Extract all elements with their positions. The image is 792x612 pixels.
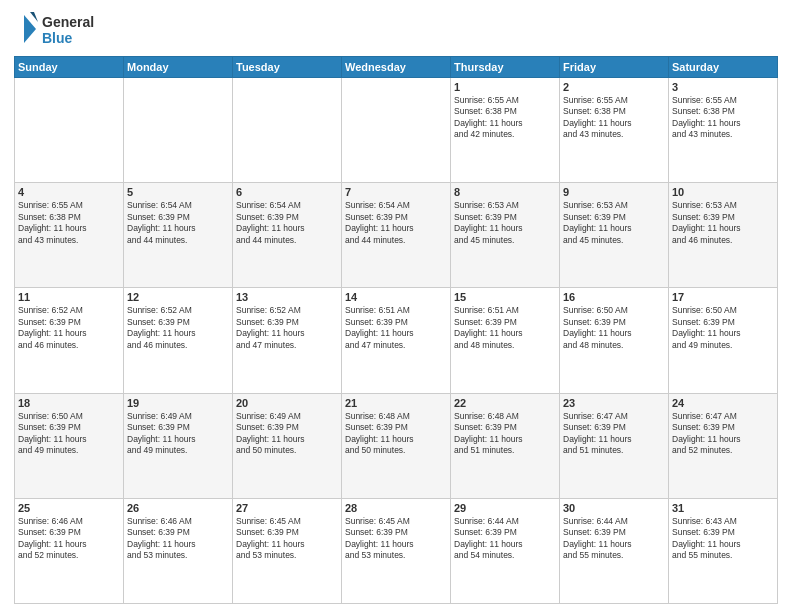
day-cell: 9Sunrise: 6:53 AM Sunset: 6:39 PM Daylig… [560, 183, 669, 288]
weekday-header-row: SundayMondayTuesdayWednesdayThursdayFrid… [15, 57, 778, 78]
day-cell: 3Sunrise: 6:55 AM Sunset: 6:38 PM Daylig… [669, 78, 778, 183]
day-info: Sunrise: 6:52 AM Sunset: 6:39 PM Dayligh… [127, 305, 229, 351]
day-info: Sunrise: 6:47 AM Sunset: 6:39 PM Dayligh… [563, 411, 665, 457]
calendar-table: SundayMondayTuesdayWednesdayThursdayFrid… [14, 56, 778, 604]
day-number: 2 [563, 81, 665, 93]
day-number: 8 [454, 186, 556, 198]
day-info: Sunrise: 6:53 AM Sunset: 6:39 PM Dayligh… [454, 200, 556, 246]
day-cell: 21Sunrise: 6:48 AM Sunset: 6:39 PM Dayli… [342, 393, 451, 498]
weekday-header-friday: Friday [560, 57, 669, 78]
day-cell: 6Sunrise: 6:54 AM Sunset: 6:39 PM Daylig… [233, 183, 342, 288]
day-info: Sunrise: 6:46 AM Sunset: 6:39 PM Dayligh… [18, 516, 120, 562]
day-info: Sunrise: 6:54 AM Sunset: 6:39 PM Dayligh… [236, 200, 338, 246]
day-cell: 29Sunrise: 6:44 AM Sunset: 6:39 PM Dayli… [451, 498, 560, 603]
weekday-header-saturday: Saturday [669, 57, 778, 78]
day-info: Sunrise: 6:54 AM Sunset: 6:39 PM Dayligh… [345, 200, 447, 246]
week-row-1: 1Sunrise: 6:55 AM Sunset: 6:38 PM Daylig… [15, 78, 778, 183]
week-row-5: 25Sunrise: 6:46 AM Sunset: 6:39 PM Dayli… [15, 498, 778, 603]
weekday-header-thursday: Thursday [451, 57, 560, 78]
week-row-3: 11Sunrise: 6:52 AM Sunset: 6:39 PM Dayli… [15, 288, 778, 393]
day-info: Sunrise: 6:52 AM Sunset: 6:39 PM Dayligh… [236, 305, 338, 351]
week-row-2: 4Sunrise: 6:55 AM Sunset: 6:38 PM Daylig… [15, 183, 778, 288]
day-cell: 2Sunrise: 6:55 AM Sunset: 6:38 PM Daylig… [560, 78, 669, 183]
day-info: Sunrise: 6:43 AM Sunset: 6:39 PM Dayligh… [672, 516, 774, 562]
day-number: 26 [127, 502, 229, 514]
svg-text:Blue: Blue [42, 30, 73, 46]
day-number: 4 [18, 186, 120, 198]
day-number: 30 [563, 502, 665, 514]
day-number: 3 [672, 81, 774, 93]
day-info: Sunrise: 6:50 AM Sunset: 6:39 PM Dayligh… [18, 411, 120, 457]
day-info: Sunrise: 6:45 AM Sunset: 6:39 PM Dayligh… [345, 516, 447, 562]
day-cell: 28Sunrise: 6:45 AM Sunset: 6:39 PM Dayli… [342, 498, 451, 603]
day-cell: 1Sunrise: 6:55 AM Sunset: 6:38 PM Daylig… [451, 78, 560, 183]
day-cell: 25Sunrise: 6:46 AM Sunset: 6:39 PM Dayli… [15, 498, 124, 603]
weekday-header-tuesday: Tuesday [233, 57, 342, 78]
day-info: Sunrise: 6:44 AM Sunset: 6:39 PM Dayligh… [454, 516, 556, 562]
day-number: 27 [236, 502, 338, 514]
day-info: Sunrise: 6:49 AM Sunset: 6:39 PM Dayligh… [236, 411, 338, 457]
day-number: 28 [345, 502, 447, 514]
weekday-header-sunday: Sunday [15, 57, 124, 78]
day-number: 6 [236, 186, 338, 198]
day-cell: 30Sunrise: 6:44 AM Sunset: 6:39 PM Dayli… [560, 498, 669, 603]
day-cell: 20Sunrise: 6:49 AM Sunset: 6:39 PM Dayli… [233, 393, 342, 498]
day-info: Sunrise: 6:55 AM Sunset: 6:38 PM Dayligh… [672, 95, 774, 141]
day-info: Sunrise: 6:49 AM Sunset: 6:39 PM Dayligh… [127, 411, 229, 457]
day-number: 11 [18, 291, 120, 303]
day-cell: 7Sunrise: 6:54 AM Sunset: 6:39 PM Daylig… [342, 183, 451, 288]
day-number: 7 [345, 186, 447, 198]
day-info: Sunrise: 6:45 AM Sunset: 6:39 PM Dayligh… [236, 516, 338, 562]
day-info: Sunrise: 6:44 AM Sunset: 6:39 PM Dayligh… [563, 516, 665, 562]
day-number: 10 [672, 186, 774, 198]
day-cell: 23Sunrise: 6:47 AM Sunset: 6:39 PM Dayli… [560, 393, 669, 498]
day-cell: 5Sunrise: 6:54 AM Sunset: 6:39 PM Daylig… [124, 183, 233, 288]
day-info: Sunrise: 6:48 AM Sunset: 6:39 PM Dayligh… [454, 411, 556, 457]
day-info: Sunrise: 6:47 AM Sunset: 6:39 PM Dayligh… [672, 411, 774, 457]
day-cell: 17Sunrise: 6:50 AM Sunset: 6:39 PM Dayli… [669, 288, 778, 393]
day-cell [15, 78, 124, 183]
day-number: 1 [454, 81, 556, 93]
day-number: 18 [18, 397, 120, 409]
day-number: 13 [236, 291, 338, 303]
day-cell: 14Sunrise: 6:51 AM Sunset: 6:39 PM Dayli… [342, 288, 451, 393]
day-info: Sunrise: 6:46 AM Sunset: 6:39 PM Dayligh… [127, 516, 229, 562]
day-cell: 11Sunrise: 6:52 AM Sunset: 6:39 PM Dayli… [15, 288, 124, 393]
day-cell [342, 78, 451, 183]
logo: GeneralBlue [14, 10, 104, 48]
weekday-header-monday: Monday [124, 57, 233, 78]
day-cell: 19Sunrise: 6:49 AM Sunset: 6:39 PM Dayli… [124, 393, 233, 498]
day-info: Sunrise: 6:52 AM Sunset: 6:39 PM Dayligh… [18, 305, 120, 351]
day-number: 31 [672, 502, 774, 514]
day-number: 9 [563, 186, 665, 198]
day-cell: 15Sunrise: 6:51 AM Sunset: 6:39 PM Dayli… [451, 288, 560, 393]
day-cell: 24Sunrise: 6:47 AM Sunset: 6:39 PM Dayli… [669, 393, 778, 498]
day-cell [124, 78, 233, 183]
day-info: Sunrise: 6:48 AM Sunset: 6:39 PM Dayligh… [345, 411, 447, 457]
day-cell: 27Sunrise: 6:45 AM Sunset: 6:39 PM Dayli… [233, 498, 342, 603]
svg-text:General: General [42, 14, 94, 30]
day-number: 25 [18, 502, 120, 514]
weekday-header-wednesday: Wednesday [342, 57, 451, 78]
day-info: Sunrise: 6:50 AM Sunset: 6:39 PM Dayligh… [672, 305, 774, 351]
day-info: Sunrise: 6:51 AM Sunset: 6:39 PM Dayligh… [454, 305, 556, 351]
day-cell: 31Sunrise: 6:43 AM Sunset: 6:39 PM Dayli… [669, 498, 778, 603]
day-number: 19 [127, 397, 229, 409]
day-cell: 8Sunrise: 6:53 AM Sunset: 6:39 PM Daylig… [451, 183, 560, 288]
day-number: 20 [236, 397, 338, 409]
day-number: 23 [563, 397, 665, 409]
svg-marker-0 [24, 15, 36, 43]
day-number: 22 [454, 397, 556, 409]
day-info: Sunrise: 6:51 AM Sunset: 6:39 PM Dayligh… [345, 305, 447, 351]
day-number: 29 [454, 502, 556, 514]
day-number: 21 [345, 397, 447, 409]
day-number: 15 [454, 291, 556, 303]
day-number: 17 [672, 291, 774, 303]
day-cell [233, 78, 342, 183]
day-number: 14 [345, 291, 447, 303]
page: GeneralBlue SundayMondayTuesdayWednesday… [0, 0, 792, 612]
day-cell: 26Sunrise: 6:46 AM Sunset: 6:39 PM Dayli… [124, 498, 233, 603]
day-number: 24 [672, 397, 774, 409]
day-cell: 22Sunrise: 6:48 AM Sunset: 6:39 PM Dayli… [451, 393, 560, 498]
day-cell: 16Sunrise: 6:50 AM Sunset: 6:39 PM Dayli… [560, 288, 669, 393]
